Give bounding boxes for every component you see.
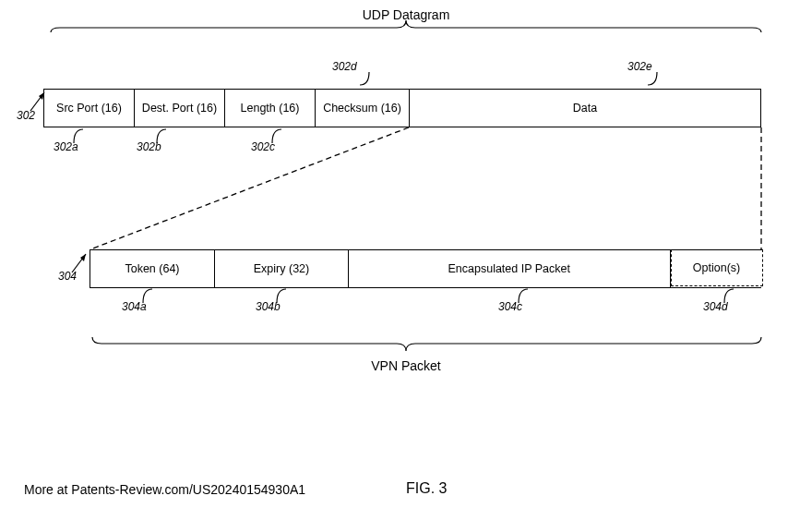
field-src-port: Src Port (16) [44, 90, 135, 127]
ref-302a: 302a [54, 140, 78, 153]
field-length: Length (16) [225, 90, 316, 127]
field-options: Option(s) [671, 249, 763, 286]
vpn-title: VPN Packet [0, 358, 812, 373]
field-data: Data [410, 90, 760, 127]
figure-label: FIG. 3 [406, 480, 447, 497]
field-encap-ip: Encapsulated IP Packet [349, 250, 671, 287]
svg-marker-3 [80, 254, 86, 261]
ref-302c: 302c [251, 140, 275, 153]
udp-title: UDP Datagram [0, 7, 812, 22]
field-expiry: Expiry (32) [215, 250, 349, 287]
ref-302e: 302e [627, 60, 652, 73]
field-token: Token (64) [90, 250, 215, 287]
ref-302: 302 [17, 109, 35, 122]
udp-datagram-row: Src Port (16) Dest. Port (16) Length (16… [43, 89, 761, 127]
ref-304: 304 [58, 270, 77, 283]
vpn-packet-row: Token (64) Expiry (32) Encapsulated IP P… [90, 249, 761, 288]
ref-302d: 302d [332, 60, 357, 73]
ref-304a: 304a [122, 300, 147, 313]
field-dest-port: Dest. Port (16) [135, 90, 225, 127]
ref-302b: 302b [137, 140, 161, 153]
ref-304b: 304b [256, 300, 281, 313]
ref-304d: 304d [703, 300, 728, 313]
field-checksum: Checksum (16) [316, 90, 410, 127]
footer-text: More at Patents-Review.com/US20240154930… [24, 482, 305, 497]
ref-304c: 304c [498, 300, 522, 313]
